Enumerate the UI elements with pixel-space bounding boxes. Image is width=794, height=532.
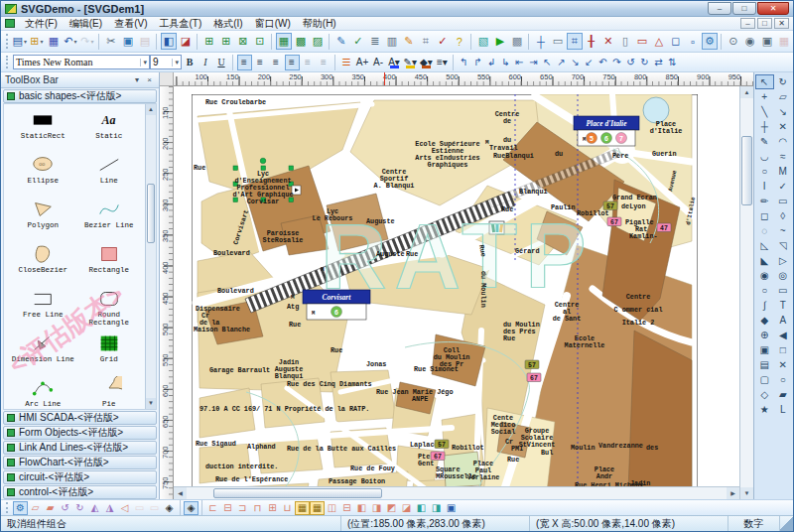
toolbox-item-free-line[interactable]: Free Line [10,287,76,332]
node-arrow-tool-button[interactable]: ↘ [568,55,582,70]
hscroll-thumb[interactable] [213,488,382,498]
object-props-button[interactable]: ▣ [444,501,459,515]
flip-horizontal-button[interactable]: ◭ [87,501,102,515]
toolbox-group-link-and-lines[interactable]: Link And Lines-<评估版> [3,441,157,455]
menu-item[interactable]: 查看(V) [108,18,153,29]
font-size-select[interactable]: 9 ▾ [150,55,182,69]
close-button[interactable]: ✕ [757,2,789,15]
node-arrow-tool-button[interactable]: ↷ [609,55,623,70]
snap-frame-button[interactable]: ▯ [617,33,633,50]
toolbox-item-ellipse[interactable]: ooEllipse [10,153,76,198]
lock-button[interactable]: ◈ [162,501,177,515]
node-arrow-tool-button[interactable]: ↰ [457,55,470,70]
bullet-list-button[interactable]: ☰ [339,55,354,70]
align-left-button[interactable]: ⊏ [205,501,220,515]
cloud-tool-button[interactable]: ◌ [755,223,774,238]
mdi-restore-button[interactable]: □ [757,18,772,29]
wave-tool-button[interactable]: ∫ [755,298,774,313]
validate-button[interactable]: ✓ [435,33,451,50]
mdi-minimize-button[interactable]: – [740,18,755,29]
align-center-h-button[interactable]: ⊟ [220,501,235,515]
lasso-button[interactable]: ▱ [774,89,793,104]
cross-tool-button[interactable]: ┼ [755,119,774,134]
bold-button[interactable]: B [183,55,198,70]
menu-item[interactable]: 文件(F) [19,18,64,29]
toolbox-item-bezier-line[interactable]: Bezier Line [76,198,143,242]
grid-small-button[interactable]: ⌗ [418,33,434,50]
align-middle-button[interactable]: ⊞ [265,501,280,515]
toolbox-item-polygon[interactable]: Polygon [10,198,76,242]
spiral-tool-button[interactable]: ≈ [774,149,793,164]
align-center-button[interactable]: ≡ [253,55,268,70]
callout-2-tool-button[interactable]: ◊ [774,208,793,223]
bounds-2-button[interactable]: ▭ [147,501,162,515]
layout-button[interactable]: ▭ [550,33,566,50]
mdi-close-button[interactable]: ✕ [774,18,789,29]
select-frame-button[interactable]: ◻ [668,33,684,50]
print-preview-button[interactable]: ◧ [161,33,177,50]
copy-button[interactable]: ▣ [120,33,136,50]
italic-button[interactable]: I [198,55,213,70]
scroll-down-icon[interactable]: ▼ [740,487,753,499]
star-tool-button[interactable]: ★ [755,402,774,417]
ellipse-tool-button[interactable]: ○ [755,164,774,179]
save-button[interactable]: ▦ [46,33,62,50]
print-button[interactable]: ≣ [367,33,383,50]
align-left-button[interactable]: ≡ [237,55,252,70]
order-front-button[interactable]: ◧ [414,501,429,515]
diamond-tool-button[interactable]: ◇ [755,387,774,402]
node-arrow-tool-button[interactable]: ↗ [554,55,568,70]
node-check-button[interactable]: ✓ [350,33,366,50]
table-insert-button[interactable]: ⊞ [218,33,234,50]
menu-item[interactable]: 编辑(E) [64,18,108,29]
toolbox-item-grid[interactable]: Grid [76,332,143,376]
snap-guide-button[interactable]: ╂ [584,33,599,50]
import-button[interactable]: ◪ [178,33,194,50]
dropdown-arrow-icon[interactable]: ▾ [443,57,448,67]
same-height-button[interactable]: ▦ [310,501,325,515]
print-preview-2-button[interactable]: ▥ [384,33,400,50]
crosshair-button[interactable]: ┼ [533,33,549,50]
rect-node-tool-button[interactable]: ▭ [774,194,793,208]
toolbox-scrollbar[interactable]: ▲ ▼ [145,104,156,409]
toolbar-grip-3[interactable] [6,502,10,513]
component-combine-button[interactable]: ⚙ [13,501,28,515]
gear-button[interactable]: ⚙ [702,33,718,50]
text-t-tool-button[interactable]: T [774,298,793,313]
m-shape-tool-button[interactable]: M [774,164,793,179]
resize-grip[interactable] [780,516,793,531]
help-button[interactable]: ? [452,33,467,50]
node-arrow-tool-button[interactable]: ↙ [582,55,596,70]
toolbox-item-pie[interactable]: Pie [76,376,143,410]
grid-fill-button[interactable]: ▨ [310,33,326,50]
scribble-tool-button[interactable]: ~ [774,223,793,238]
align-top-button[interactable]: ⊓ [250,501,265,515]
table-new-button[interactable]: ⊞ [201,33,217,50]
scroll-left-icon[interactable]: ◀ [174,487,187,499]
horizontal-scrollbar[interactable]: ◀ ▶ [174,486,739,499]
node-arrow-tool-button[interactable]: ↻ [637,55,651,70]
pencil-tool-button[interactable]: ✏ [755,194,774,208]
align-right-button[interactable]: ≡ [269,55,284,70]
drawing-canvas[interactable]: RATPRue CroulebarbeRueLycd'EnseignementP… [174,86,739,499]
toolbox-group-form-objects[interactable]: Form Objects-<评估版> [3,426,157,440]
frame-tool-button[interactable]: □ [774,342,793,357]
text-tool-button[interactable]: I [755,179,774,194]
node-check-tool-button[interactable]: ✓ [774,179,793,194]
small-rect-tool-button[interactable]: ▭ [774,283,793,298]
menu-item[interactable]: 工具盒(T) [153,18,207,29]
zoom-rotate-button[interactable]: ↻ [774,74,793,89]
order-back-button[interactable]: ◨ [429,501,444,515]
toolbox-group-basic-shapes[interactable]: basic shapes-<评估版> [3,89,157,103]
table-delete-button[interactable]: ⊠ [235,33,251,50]
align-grid-1-button[interactable]: ▦ [776,33,792,50]
oval-tool-button[interactable]: ○ [774,372,793,387]
snap-grid-button[interactable]: ⌗ [567,33,583,50]
snap-node-button[interactable]: ✕ [600,33,616,50]
chevron-down-icon[interactable]: ▾ [172,59,179,66]
new-button[interactable]: ▤▾ [12,33,28,50]
zoom-page-button[interactable]: ▣ [759,33,775,50]
dash-frame-button[interactable]: ▫ [685,33,701,50]
menu-item[interactable]: 窗口(W) [249,18,297,29]
globe-tool-button[interactable]: ⊕ [755,328,774,342]
